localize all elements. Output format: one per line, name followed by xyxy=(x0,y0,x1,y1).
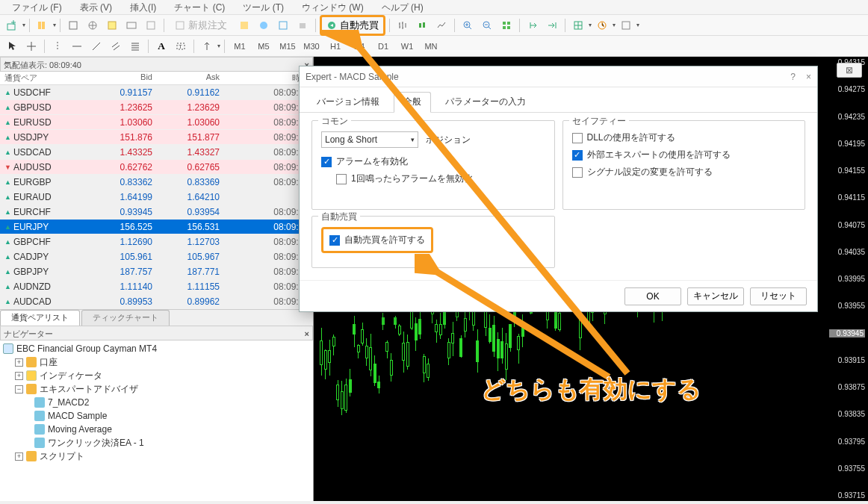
text-icon[interactable]: A xyxy=(152,38,170,55)
tf-m30[interactable]: M30 xyxy=(300,38,323,55)
dropdown-icon[interactable]: ▾ xyxy=(613,22,616,28)
menu-insert[interactable]: 挿入(I) xyxy=(121,1,165,13)
metaeditor-icon[interactable] xyxy=(235,17,253,34)
market-watch-row[interactable]: ▲GBPJPY187.757187.77108:09:38 xyxy=(0,264,313,279)
new-order-button[interactable]: 新規注文 xyxy=(168,17,234,34)
market-watch-row[interactable]: ▲EURJPY156.525156.53108:09:40 xyxy=(0,220,313,234)
close-icon[interactable]: × xyxy=(806,72,811,82)
tab-tick-chart[interactable]: ティックチャート xyxy=(81,310,170,326)
tab-params[interactable]: パラメーターの入力 xyxy=(435,92,536,112)
market-watch-row[interactable]: ▲EURAUD1.641991.64210 xyxy=(0,190,313,205)
crosshair-icon[interactable] xyxy=(22,38,40,55)
allow-signal-checkbox[interactable]: シグナル設定の変更を許可する xyxy=(572,166,796,178)
vline-icon[interactable] xyxy=(49,38,66,55)
zoom-out-icon[interactable] xyxy=(478,17,496,34)
candle-chart-icon[interactable] xyxy=(413,17,431,34)
menu-file[interactable]: ファイル (F) xyxy=(3,1,71,13)
menu-window[interactable]: ウィンドウ (W) xyxy=(293,1,373,13)
nav-icon[interactable] xyxy=(84,17,102,34)
close-icon[interactable]: × xyxy=(305,326,309,340)
cancel-button[interactable]: キャンセル xyxy=(687,287,744,305)
ok-button[interactable]: OK xyxy=(624,287,681,305)
dropdown-icon[interactable]: ▾ xyxy=(53,22,56,28)
nav-ea-item[interactable]: Moving Average xyxy=(1,423,311,436)
allow-extern-expert-checkbox[interactable]: ✓外部エキスパートの使用を許可する xyxy=(572,149,796,161)
indicators-icon[interactable] xyxy=(569,17,587,34)
dropdown-icon[interactable]: ▾ xyxy=(217,43,220,49)
tab-symbol-list[interactable]: 通貨ペアリスト xyxy=(0,310,80,326)
nav-root[interactable]: EBC Financial Group Cayman MT4 xyxy=(1,342,311,355)
window-close-icon[interactable]: ⊠ xyxy=(837,63,862,78)
market-watch-row[interactable]: ▲AUDNZD1.111401.1115508:09:34 xyxy=(0,279,313,294)
market-watch-row[interactable]: ▲GBPUSD1.236251.2362908:09:39 xyxy=(0,100,313,115)
arrow-icon[interactable] xyxy=(198,38,216,55)
fibo-icon[interactable] xyxy=(126,38,144,55)
dialog-titlebar[interactable]: Expert - MACD Sample ? × xyxy=(300,66,817,87)
menu-help[interactable]: ヘルプ (H) xyxy=(373,1,433,13)
tf-mn[interactable]: MN xyxy=(420,38,442,55)
market-watch-row[interactable]: ▼AUDUSD0.627620.6276508:09:34 xyxy=(0,160,313,175)
menu-tools[interactable]: ツール (T) xyxy=(234,1,293,13)
dropdown-icon[interactable]: ▾ xyxy=(589,22,592,28)
market-watch-row[interactable]: ▲USDJPY151.876151.87708:09:38 xyxy=(0,130,313,145)
tf-d1[interactable]: D1 xyxy=(372,38,394,55)
tf-h1[interactable]: H1 xyxy=(324,38,347,55)
tf-h4[interactable]: H4 xyxy=(348,38,371,55)
shift-icon[interactable] xyxy=(524,17,542,34)
nav-ea[interactable]: −エキスパートアドバイザ xyxy=(1,382,311,396)
nav-ea-item[interactable]: MACD Sample xyxy=(1,409,311,423)
channel-icon[interactable] xyxy=(107,38,125,55)
tf-w1[interactable]: W1 xyxy=(396,38,418,55)
templates-icon[interactable] xyxy=(617,17,635,34)
dropdown-icon[interactable]: ▾ xyxy=(636,22,639,28)
periods-icon[interactable] xyxy=(593,17,611,34)
allow-autotrade-checkbox[interactable]: ✓自動売買を許可する xyxy=(329,234,425,246)
zoom-in-icon[interactable] xyxy=(459,17,477,34)
new-chart-icon[interactable] xyxy=(3,17,21,34)
autoscroll-icon[interactable] xyxy=(543,17,561,34)
profiles-icon[interactable] xyxy=(34,17,52,34)
hline-icon[interactable] xyxy=(68,38,86,55)
print-icon[interactable] xyxy=(294,17,311,34)
market-watch-row[interactable]: ▲EURGBP0.833620.8336908:09:40 xyxy=(0,175,313,190)
market-watch-row[interactable]: ▲EURCHF0.939450.9395408:09:40 xyxy=(0,205,313,220)
menu-chart[interactable]: チャート (C) xyxy=(165,1,234,13)
cursor-icon[interactable] xyxy=(3,38,21,55)
tf-m5[interactable]: M5 xyxy=(252,38,275,55)
market-watch-row[interactable]: ▲USDCAD1.433251.4332708:09:40 xyxy=(0,145,313,160)
position-dropdown[interactable]: Long & Short▾ xyxy=(321,131,418,148)
tf-m15[interactable]: M15 xyxy=(276,38,299,55)
reset-button[interactable]: リセット xyxy=(750,287,807,305)
bar-chart-icon[interactable] xyxy=(394,17,412,34)
market-watch-row[interactable]: ▲AUDCAD0.899530.8996208:09:31 xyxy=(0,294,313,309)
nav-indicator[interactable]: +インディケータ xyxy=(1,369,311,382)
tf-m1[interactable]: M1 xyxy=(229,38,251,55)
fullscreen-icon[interactable] xyxy=(274,17,292,34)
terminal-icon[interactable] xyxy=(123,17,140,34)
enable-alarm-checkbox[interactable]: ✓アラームを有効化 xyxy=(321,155,545,168)
tab-general[interactable]: 全般 xyxy=(394,92,431,113)
auto-trade-button[interactable]: 自動売買 xyxy=(320,15,385,36)
market-watch-row[interactable]: ▲GBPCHF1.126901.1270308:09:40 xyxy=(0,234,313,249)
text-label-icon[interactable]: T xyxy=(172,38,190,55)
menu-view[interactable]: 表示 (V) xyxy=(71,1,121,13)
nav-ea-item[interactable]: 7_MACD2 xyxy=(1,396,311,409)
tab-version[interactable]: バージョン情報 xyxy=(307,92,389,112)
trendline-icon[interactable] xyxy=(87,38,105,55)
tile-icon[interactable] xyxy=(497,17,515,34)
market-watch-row[interactable]: ▲USDCHF0.911570.9116208:09:26 xyxy=(0,85,313,100)
help-icon[interactable]: ? xyxy=(790,72,796,82)
market-watch-row[interactable]: ▲CADJPY105.961105.96708:09:39 xyxy=(0,249,313,264)
nav-ea-item[interactable]: ワンクリック決済EA - 1 xyxy=(1,436,311,449)
data-window-icon[interactable] xyxy=(103,17,121,34)
allow-dll-checkbox[interactable]: DLLの使用を許可する xyxy=(572,131,796,144)
nav-account[interactable]: +口座 xyxy=(1,355,311,369)
disable-alarm-checkbox[interactable]: 1回鳴ったらアラームを無効化 xyxy=(321,172,545,185)
strategy-tester-icon[interactable] xyxy=(142,17,160,34)
market-watch-row[interactable]: ▲EURUSD1.030601.0306008:09:02 xyxy=(0,115,313,130)
options-icon[interactable] xyxy=(255,17,273,34)
market-watch-icon[interactable] xyxy=(64,17,82,34)
line-chart-icon[interactable] xyxy=(433,17,450,34)
dropdown-icon[interactable]: ▾ xyxy=(22,22,25,28)
nav-script[interactable]: +スクリプト xyxy=(1,449,311,463)
